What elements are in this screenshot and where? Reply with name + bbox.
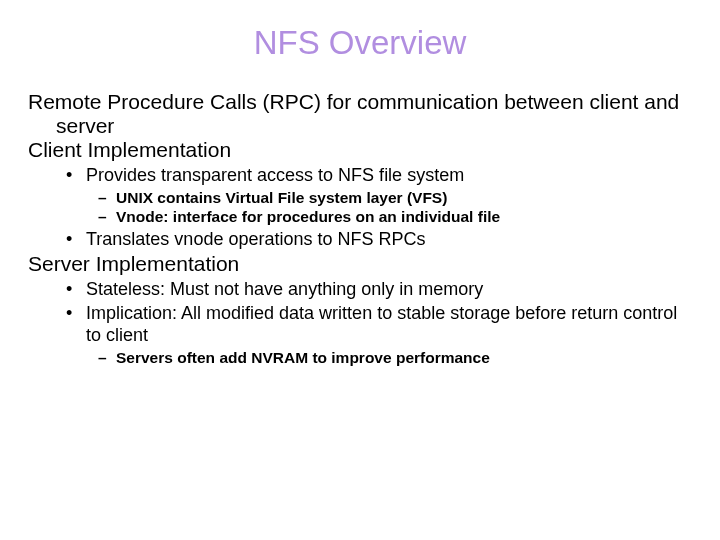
slide: NFS Overview Remote Procedure Calls (RPC… xyxy=(0,0,720,540)
bullet-text: Provides transparent access to NFS file … xyxy=(86,165,464,185)
bullet-text: Implication: All modified data written t… xyxy=(86,303,677,346)
client-heading: Client Implementation xyxy=(28,138,692,162)
server-sublist: Servers often add NVRAM to improve perfo… xyxy=(86,348,692,367)
server-heading: Server Implementation xyxy=(28,252,692,276)
list-item: UNIX contains Virtual File system layer … xyxy=(116,188,692,207)
list-item: Vnode: interface for procedures on an in… xyxy=(116,207,692,226)
list-item: Implication: All modified data written t… xyxy=(86,302,692,367)
list-item: Translates vnode operations to NFS RPCs xyxy=(86,228,692,251)
slide-title: NFS Overview xyxy=(28,24,692,62)
list-item: Servers often add NVRAM to improve perfo… xyxy=(116,348,692,367)
list-item: Stateless: Must not have anything only i… xyxy=(86,278,692,301)
client-list: Provides transparent access to NFS file … xyxy=(28,164,692,250)
server-list: Stateless: Must not have anything only i… xyxy=(28,278,692,367)
intro-text: Remote Procedure Calls (RPC) for communi… xyxy=(28,90,692,138)
list-item: Provides transparent access to NFS file … xyxy=(86,164,692,226)
client-sublist: UNIX contains Virtual File system layer … xyxy=(86,188,692,227)
